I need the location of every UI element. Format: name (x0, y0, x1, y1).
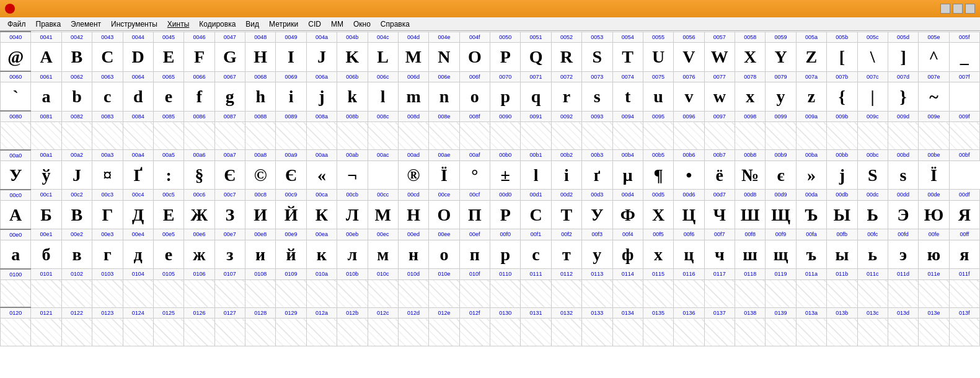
char-cell[interactable]: э (888, 240, 918, 269)
char-cell[interactable]: о (429, 240, 459, 269)
char-cell[interactable]: Ї (919, 160, 949, 190)
menu-window[interactable]: Окно (348, 19, 376, 30)
char-cell[interactable]: ы (827, 240, 857, 269)
char-cell[interactable]: С (521, 200, 551, 229)
char-cell[interactable] (949, 319, 979, 346)
char-cell[interactable] (888, 279, 918, 307)
char-cell[interactable]: L (368, 43, 398, 72)
char-cell[interactable]: b (61, 82, 92, 112)
char-cell[interactable] (1, 319, 31, 346)
char-cell[interactable]: є (766, 160, 796, 190)
char-cell[interactable] (827, 122, 857, 150)
char-cell[interactable] (919, 279, 949, 307)
char-cell[interactable]: ± (490, 160, 521, 190)
char-cell[interactable] (766, 122, 796, 150)
char-cell[interactable]: М (368, 200, 398, 229)
char-cell[interactable]: Р (490, 200, 521, 229)
char-cell[interactable] (306, 279, 337, 307)
char-cell[interactable]: и (245, 240, 276, 269)
char-cell[interactable]: Z (796, 43, 826, 72)
char-cell[interactable]: q (521, 82, 551, 112)
char-row[interactable]: `abcdefghijklmnopqrstuvwxyz{|}~ (1, 82, 980, 112)
char-cell[interactable]: y (766, 82, 796, 112)
char-cell[interactable] (368, 319, 398, 346)
char-cell[interactable] (1, 279, 31, 307)
char-cell[interactable] (92, 319, 123, 346)
char-cell[interactable] (919, 319, 949, 346)
char-cell[interactable]: № (735, 160, 766, 190)
char-cell[interactable]: И (245, 200, 276, 229)
char-cell[interactable] (1, 122, 31, 150)
char-cell[interactable]: ¤ (92, 160, 123, 190)
char-cell[interactable]: µ (612, 160, 643, 190)
char-cell[interactable]: ¶ (643, 160, 673, 190)
char-cell[interactable] (429, 279, 459, 307)
char-cell[interactable]: ґ (582, 160, 612, 190)
char-cell[interactable]: M (398, 43, 428, 72)
char-cell[interactable]: е (153, 240, 183, 269)
char-cell[interactable]: F (184, 43, 214, 72)
char-cell[interactable]: z (796, 82, 826, 112)
char-cell[interactable]: ѕ (888, 160, 918, 190)
char-cell[interactable] (61, 122, 92, 150)
char-cell[interactable] (827, 319, 857, 346)
char-cell[interactable]: » (796, 160, 826, 190)
char-cell[interactable]: ® (398, 160, 428, 190)
char-cell[interactable]: p (490, 82, 521, 112)
char-cell[interactable] (888, 319, 918, 346)
char-cell[interactable]: k (337, 82, 368, 112)
char-cell[interactable] (704, 319, 735, 346)
char-cell[interactable] (827, 279, 857, 307)
char-cell[interactable]: ъ (796, 240, 826, 269)
char-cell[interactable] (153, 122, 183, 150)
char-cell[interactable]: [ (827, 43, 857, 72)
char-cell[interactable] (612, 319, 643, 346)
char-cell[interactable]: © (245, 160, 276, 190)
char-cell[interactable]: | (857, 82, 888, 112)
menu-metrics[interactable]: Метрики (264, 19, 303, 30)
char-cell[interactable]: Д (123, 200, 153, 229)
char-cell[interactable]: i (276, 82, 306, 112)
char-cell[interactable]: f (184, 82, 214, 112)
char-cell[interactable] (398, 122, 428, 150)
char-cell[interactable] (368, 160, 398, 190)
char-cell[interactable] (459, 279, 490, 307)
char-cell[interactable]: Щ (766, 200, 796, 229)
menu-view[interactable]: Вид (241, 19, 264, 30)
char-cell[interactable]: а (1, 240, 31, 269)
char-cell[interactable] (582, 122, 612, 150)
char-cell[interactable] (459, 319, 490, 346)
char-cell[interactable]: • (674, 160, 704, 190)
char-cell[interactable] (153, 279, 183, 307)
char-cell[interactable] (306, 319, 337, 346)
char-row[interactable] (1, 122, 980, 150)
char-cell[interactable] (582, 319, 612, 346)
menu-hints[interactable]: Хинты (162, 19, 194, 30)
char-cell[interactable]: г (92, 240, 123, 269)
char-cell[interactable]: B (61, 43, 92, 72)
char-cell[interactable] (857, 122, 888, 150)
char-cell[interactable]: t (612, 82, 643, 112)
char-cell[interactable] (276, 319, 306, 346)
char-cell[interactable]: Н (398, 200, 428, 229)
char-cell[interactable]: В (61, 200, 92, 229)
char-cell[interactable] (735, 279, 766, 307)
char-cell[interactable]: ф (612, 240, 643, 269)
char-cell[interactable] (61, 319, 92, 346)
char-cell[interactable] (398, 319, 428, 346)
char-cell[interactable]: Y (766, 43, 796, 72)
char-cell[interactable]: л (337, 240, 368, 269)
char-cell[interactable]: T (612, 43, 643, 72)
char-cell[interactable]: n (429, 82, 459, 112)
char-row[interactable]: УўJ¤Ґ:§Є©Є«¬ ®Ї°±lіґµ¶•ё№є»jSѕЇ (1, 160, 980, 190)
char-cell[interactable]: ж (184, 240, 214, 269)
char-cell[interactable] (949, 122, 979, 150)
char-cell[interactable]: J (306, 43, 337, 72)
char-cell[interactable]: ] (888, 43, 918, 72)
char-cell[interactable] (337, 279, 368, 307)
char-cell[interactable]: S (857, 160, 888, 190)
char-cell[interactable]: N (429, 43, 459, 72)
char-cell[interactable]: v (674, 82, 704, 112)
char-cell[interactable]: \ (857, 43, 888, 72)
char-cell[interactable]: к (306, 240, 337, 269)
